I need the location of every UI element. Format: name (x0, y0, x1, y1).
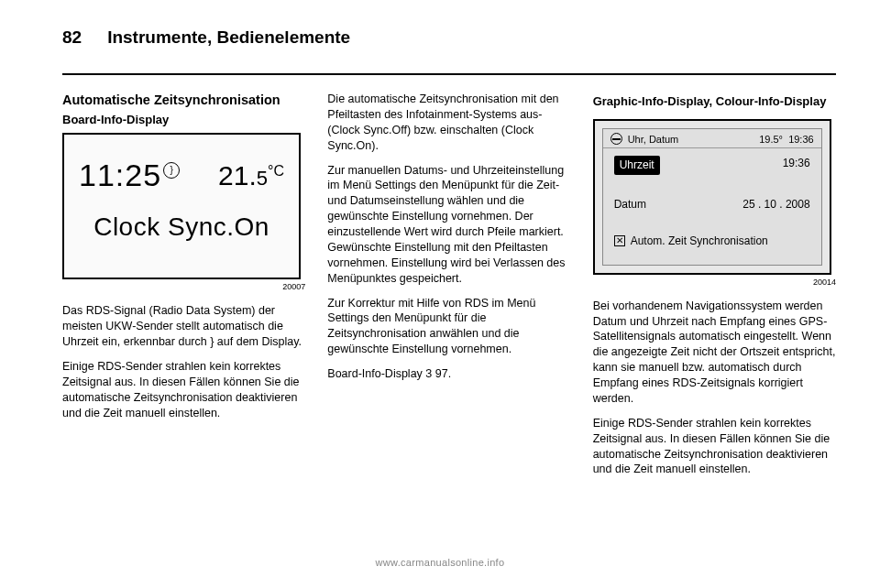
footer-url: www.carmanualsonline.info (0, 557, 880, 568)
checkbox-checked-icon: ✕ (614, 235, 625, 246)
figure1-center-text: Clock Sync.On (64, 210, 299, 245)
figure1-time-value: 11:25 (79, 158, 161, 192)
page: 82 Instrumente, Bedienelemente Automatis… (0, 0, 880, 588)
col1-paragraph-1: Das RDS-Signal (Radio Data System) der m… (62, 303, 305, 350)
col2-p4-post: . (448, 367, 451, 380)
uhrzeit-value: 19:36 (783, 156, 810, 174)
figure1-top-row: 11:25} 21.5°C (64, 135, 299, 197)
screen-title-text: Uhr, Datum (628, 133, 679, 147)
screen-title-right: 19.5° 19:36 (759, 133, 813, 147)
figure1-temp-unit: °C (268, 163, 284, 179)
steering-wheel-icon (610, 133, 622, 145)
heading-auto-sync: Automatische Zeitsynchronisation (62, 92, 305, 110)
heading-board-info-display: Board-Info-Display (62, 112, 305, 128)
screen-time: 19:36 (788, 134, 814, 145)
header-divider (62, 73, 836, 75)
col2-paragraph-4: Board-Info-Display 3 97. (327, 366, 570, 382)
page-reference: 3 97 (425, 366, 447, 382)
figure1-time: 11:25} (79, 155, 180, 197)
col3-paragraph-1: Bei vorhandenem Navigationssystem werden… (593, 299, 836, 407)
uhrzeit-label-highlight: Uhrzeit (614, 156, 660, 174)
autosync-label: Autom. Zeit Synchronisation (631, 234, 768, 248)
chapter-title: Instrumente, Bedienelemente (107, 27, 350, 48)
col2-paragraph-1: Die automatische Zeitsynchronisation mit… (327, 92, 570, 154)
page-number: 82 (62, 27, 82, 48)
screen: Uhr, Datum 19.5° 19:36 Uhrzeit 19:36 Dat… (602, 128, 822, 266)
autosync-checkbox-row: ✕ Autom. Zeit Synchronisation (614, 234, 768, 248)
reference-number: 3 97 (425, 367, 447, 380)
datum-value: 25 . 10 . 2008 (742, 197, 809, 212)
figure2-number: 20014 (593, 277, 836, 288)
figure1-temp-whole: 21. (218, 160, 257, 191)
figure1-number: 20007 (62, 281, 305, 292)
screen-row-datum: Datum 25 . 10 . 2008 (603, 182, 821, 219)
column-1: Automatische Zeitsynchronisation Board-I… (62, 92, 305, 486)
datum-label: Datum (614, 197, 646, 212)
figure1-temp: 21.5°C (218, 158, 284, 195)
rds-icon: } (163, 162, 180, 179)
col2-paragraph-2: Zur manuellen Datums- und Uhrzeiteinstel… (327, 163, 570, 287)
figure-graphic-info-display: Uhr, Datum 19.5° 19:36 Uhrzeit 19:36 Dat… (593, 119, 831, 275)
screen-title-left: Uhr, Datum (610, 133, 679, 147)
screen-temp: 19.5° (759, 134, 783, 145)
screen-row-autosync: ✕ Autom. Zeit Synchronisation (603, 219, 821, 256)
figure-board-info-display: 11:25} 21.5°C Clock Sync.On (62, 133, 301, 279)
column-2: Die automatische Zeitsynchronisation mit… (327, 92, 570, 486)
screen-row-uhrzeit: Uhrzeit 19:36 (603, 148, 821, 181)
figure1-temp-frac: 5 (257, 167, 268, 190)
page-header: 82 Instrumente, Bedienelemente (62, 27, 836, 48)
columns: Automatische Zeitsynchronisation Board-I… (62, 92, 836, 486)
heading-graphic-info-display: Graphic-Info-Display, Colour-Info-Displa… (593, 93, 836, 110)
col1-paragraph-2: Einige RDS-Sender strahlen kein korrekte… (62, 359, 305, 421)
column-3: Graphic-Info-Display, Colour-Info-Displa… (593, 92, 836, 486)
col2-p4-pre: Board-Info-Display (327, 367, 425, 380)
col2-paragraph-3: Zur Korrektur mit Hilfe von RDS im Menü … (327, 296, 570, 358)
col3-paragraph-2: Einige RDS-Sender strahlen kein korrekte… (593, 416, 836, 478)
screen-titlebar: Uhr, Datum 19.5° 19:36 (603, 129, 821, 149)
